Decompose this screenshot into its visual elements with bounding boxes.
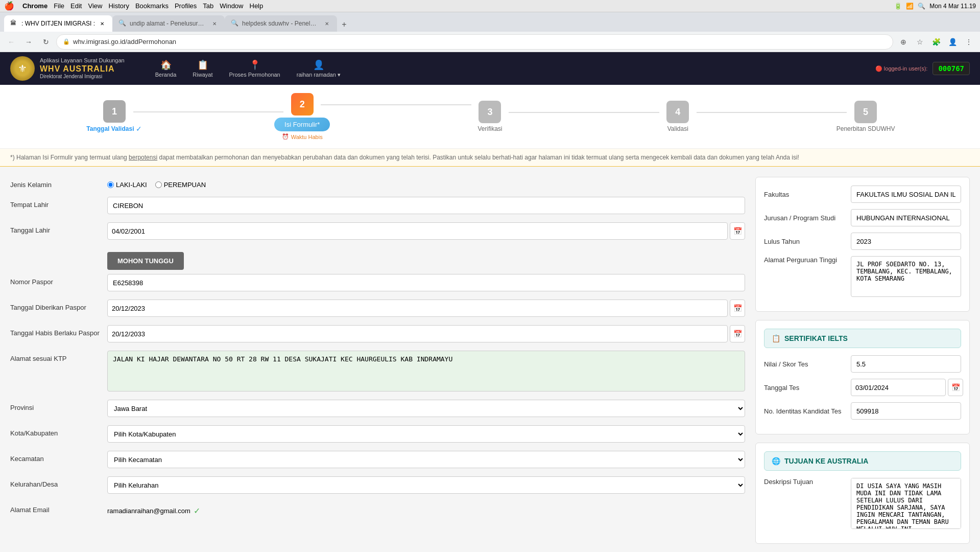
tanggal-habis-input[interactable]: [107, 325, 728, 342]
tanggal-diberikan-group: Tanggal Diberikan Paspor 📅: [10, 300, 745, 317]
provinsi-select[interactable]: Jawa Barat: [107, 400, 745, 417]
search-icon: 🔍: [918, 3, 925, 10]
tujuan-header-icon: 🌐: [772, 457, 780, 465]
kota-select[interactable]: Pilih Kota/Kabupaten: [107, 425, 745, 443]
nilai-label: Nilai / Skor Tes: [764, 360, 846, 368]
nav-user[interactable]: 👤 raihan ramadan ▾: [297, 59, 341, 78]
tempat-lahir-group: Tempat Lahir: [10, 197, 745, 214]
alamat-ktp-input[interactable]: JALAN KI HAJAR DEWANTARA NO 50 RT 28 RW …: [107, 351, 745, 392]
timer-button[interactable]: Isi Formulir*: [274, 118, 330, 131]
extension-icon[interactable]: 🧩: [929, 35, 943, 49]
email-label: Alamat Email: [10, 502, 102, 514]
university-section: Fakultas Jurusan / Program Studi Lulus T…: [755, 177, 970, 312]
help-menu[interactable]: Help: [250, 2, 264, 10]
email-verified: ramadianraihan@gmail.com ✓: [107, 502, 200, 516]
tanggal-lahir-date-group: 📅: [107, 222, 745, 240]
logged-in-label: 🔴 logged-in user(s):: [875, 65, 928, 72]
tab-1[interactable]: 🏛 : WHV DITJEN IMIGRASI : ✕: [4, 15, 112, 32]
wait-button[interactable]: MOHON TUNGGU: [107, 252, 184, 270]
nav-proses[interactable]: 📍 Proses Permohonan: [229, 59, 280, 78]
tanggal-tes-input[interactable]: [851, 379, 946, 396]
tujuan-section: 🌐 TUJUAN KE AUSTRALIA Deskripsi Tujuan D…: [755, 443, 970, 544]
tanggal-lahir-input[interactable]: [107, 222, 728, 240]
tab-3[interactable]: 🔍 helpdesk sduwhv - Penelusu... ✕: [225, 15, 337, 32]
nav-riwayat[interactable]: 📋 Riwayat: [193, 59, 212, 78]
file-menu[interactable]: File: [54, 2, 64, 10]
tanggal-diberikan-calendar[interactable]: 📅: [730, 300, 745, 317]
tanggal-diberikan-input[interactable]: [107, 300, 728, 317]
step-1: 1 Tanggal Validasi ✓: [20, 100, 208, 133]
reload-button[interactable]: ↻: [39, 35, 53, 49]
jurusan-input[interactable]: [851, 209, 961, 226]
riwayat-icon: 📋: [197, 59, 208, 71]
tab-menu[interactable]: Tab: [203, 2, 213, 10]
mac-menubar: 🍎 Chrome File Edit View History Bookmark…: [0, 0, 980, 12]
tab3-favicon: 🔍: [231, 19, 239, 28]
radio-laki-laki-input[interactable]: [107, 181, 114, 188]
bookmarks-menu[interactable]: Bookmarks: [135, 2, 169, 10]
radio-laki-laki-text: LAKI-LAKI: [116, 181, 147, 189]
jenis-kelamin-group: Jenis Kelamin LAKI-LAKI PEREMPUAN: [10, 177, 745, 189]
radio-perempuan[interactable]: PEREMPUAN: [155, 181, 206, 189]
fakultas-label: Fakultas: [764, 191, 846, 198]
kecamatan-select[interactable]: Pilih Kecamatan: [107, 451, 745, 468]
tab1-title: : WHV DITJEN IMIGRASI :: [21, 20, 95, 27]
apple-menu[interactable]: 🍎: [4, 1, 14, 11]
tanggal-lahir-calendar[interactable]: 📅: [730, 222, 745, 240]
jurusan-label: Jurusan / Program Studi: [764, 214, 846, 222]
jenis-kelamin-radios: LAKI-LAKI PEREMPUAN: [107, 177, 206, 189]
back-button[interactable]: ←: [4, 35, 18, 49]
url-text: whv.imigrasi.go.id/addPermohonan: [73, 38, 887, 45]
tanggal-habis-calendar[interactable]: 📅: [730, 325, 745, 342]
jurusan-field: Jurusan / Program Studi: [764, 209, 961, 226]
profile-icon[interactable]: 👤: [945, 35, 960, 49]
tanggal-tes-calendar[interactable]: 📅: [948, 379, 963, 396]
chrome-menu[interactable]: Chrome: [22, 2, 47, 10]
tab-2[interactable]: 🔍 undip alamat - Penelusuran G ✕: [112, 15, 225, 32]
kelurahan-select[interactable]: Pilih Kelurahan: [107, 476, 745, 494]
left-panel: Jenis Kelamin LAKI-LAKI PEREMPUAN Tempat…: [10, 177, 755, 544]
nav-beranda[interactable]: 🏠 Beranda: [155, 59, 177, 78]
radio-perempuan-input[interactable]: [155, 181, 162, 188]
step1-label: Tanggal Validasi: [86, 125, 134, 132]
view-menu[interactable]: View: [88, 2, 102, 10]
tempat-lahir-label: Tempat Lahir: [10, 197, 102, 209]
new-tab-button[interactable]: +: [337, 17, 351, 32]
step1-number: 1: [103, 100, 126, 123]
nomor-paspor-input[interactable]: [107, 274, 745, 291]
tujuan-header: 🌐 TUJUAN KE AUSTRALIA: [764, 451, 961, 471]
timer-section: Isi Formulir* ⏰ Waktu Habis: [274, 118, 330, 140]
logo-line1: Aplikasi Layanan Surat Dukungan: [40, 57, 125, 64]
address-bar[interactable]: 🔒 whv.imigrasi.go.id/addPermohonan: [56, 34, 893, 50]
nilai-input[interactable]: [851, 355, 961, 373]
step3-label: Verifikasi: [477, 125, 502, 132]
lulus-input[interactable]: [851, 233, 961, 250]
radio-laki-laki[interactable]: LAKI-LAKI: [107, 181, 147, 189]
tab3-close[interactable]: ✕: [323, 19, 331, 28]
no-identitas-input[interactable]: [851, 402, 961, 420]
tempat-lahir-input[interactable]: [107, 197, 745, 214]
deskripsi-input[interactable]: DI USIA SAYA YANG MASIH MUDA INI DAN TID…: [851, 478, 961, 529]
nilai-field: Nilai / Skor Tes: [764, 355, 961, 373]
window-menu[interactable]: Window: [220, 2, 243, 10]
history-menu[interactable]: History: [108, 2, 129, 10]
tanggal-tes-date-group: 📅: [851, 379, 963, 396]
translate-icon[interactable]: ⊕: [896, 35, 911, 49]
ielts-header: 📋 SERTIFIKAT IELTS: [764, 329, 961, 348]
more-icon[interactable]: ⋮: [962, 35, 976, 49]
edit-menu[interactable]: Edit: [70, 2, 82, 10]
bookmark-icon[interactable]: ☆: [913, 35, 927, 49]
tanggal-habis-label: Tanggal Habis Berlaku Paspor: [10, 325, 102, 337]
profiles-menu[interactable]: Profiles: [175, 2, 197, 10]
alamat-ktp-label: Alamat sesuai KTP: [10, 351, 102, 362]
fakultas-input[interactable]: [851, 186, 961, 203]
no-identitas-label: No. Identitas Kandidat Tes: [764, 407, 846, 415]
step4-number: 4: [666, 101, 689, 123]
tab1-close[interactable]: ✕: [98, 19, 106, 28]
forward-button[interactable]: →: [21, 35, 36, 49]
alamat-pt-input[interactable]: JL PROF SOEDARTO NO. 13, TEMBALANG, KEC.…: [851, 256, 961, 297]
chrome-right-icons: ⊕ ☆ 🧩 👤 ⋮: [896, 35, 976, 49]
tab2-close[interactable]: ✕: [210, 19, 219, 28]
deskripsi-field: Deskripsi Tujuan DI USIA SAYA YANG MASIH…: [764, 478, 961, 529]
kota-group: Kota/Kabupaten Pilih Kota/Kabupaten: [10, 425, 745, 443]
